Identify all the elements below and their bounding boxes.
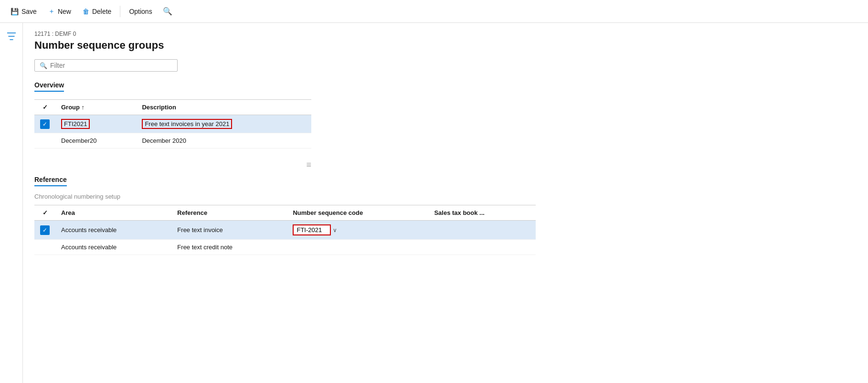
table-row[interactable]: ✓ FTI2021 Free text invoices in year 202…: [34, 115, 311, 133]
overview-col-group: Group ↑: [55, 100, 136, 115]
numseq-cell: ∨: [287, 221, 428, 240]
checkmark-icon: ✓: [42, 209, 48, 216]
content-panel: 12171 : DEMF 0 Number sequence groups 🔍 …: [23, 23, 868, 383]
ref-col-salestax: Sales tax book ...: [428, 205, 536, 221]
save-icon: 💾: [11, 8, 19, 15]
reference-table: ✓ Area Reference Number sequence code Sa…: [34, 205, 536, 255]
table-row[interactable]: Accounts receivable Free text credit not…: [34, 240, 536, 255]
checkmark-icon: ✓: [42, 104, 48, 111]
filter-button[interactable]: [5, 31, 18, 44]
group-cell: FTI2021: [55, 115, 136, 133]
description-value: Free text invoices in year 2021: [142, 119, 232, 129]
row-check-cell: ✓: [34, 221, 55, 240]
dropdown-arrow-icon[interactable]: ∨: [333, 227, 337, 234]
reference-heading: Reference: [34, 176, 67, 186]
salestax-cell: [428, 240, 536, 255]
group-cell: December20: [55, 133, 136, 149]
reference-cell: Free text credit note: [171, 240, 287, 255]
row-check-cell: [34, 240, 55, 255]
reference-section: Reference Chronological numbering setup …: [34, 176, 857, 255]
overview-section: Overview ✓ Group ↑ Description: [34, 81, 857, 149]
overview-col-description: Description: [136, 100, 311, 115]
row-check-cell: ✓: [34, 115, 55, 133]
page-title: Number sequence groups: [34, 39, 857, 52]
filter-input-wrap: 🔍: [34, 59, 178, 72]
check-blue-icon: ✓: [40, 119, 50, 129]
overview-heading: Overview: [34, 81, 64, 92]
toolbar: 💾 Save ＋ New 🗑 Delete Options 🔍: [0, 0, 868, 23]
breadcrumb: 12171 : DEMF 0: [34, 31, 857, 37]
delete-icon: 🗑: [83, 8, 89, 15]
delete-button[interactable]: 🗑 Delete: [78, 5, 116, 18]
table-row[interactable]: ✓ Accounts receivable Free text invoice …: [34, 221, 536, 240]
check-blue-icon: ✓: [40, 225, 50, 235]
area-cell: Accounts receivable: [55, 240, 171, 255]
options-button[interactable]: Options: [124, 5, 157, 18]
filter-icon: [7, 33, 16, 42]
reference-table-header: ✓ Area Reference Number sequence code Sa…: [34, 205, 536, 221]
ref-col-check: ✓: [34, 205, 55, 221]
group-value: FTI2021: [61, 119, 90, 129]
description-cell: Free text invoices in year 2021: [136, 115, 311, 133]
resize-handle: ≡: [34, 160, 311, 170]
row-check-cell: [34, 133, 55, 149]
num-seq-input[interactable]: [293, 224, 331, 235]
chronological-label: Chronological numbering setup: [34, 193, 857, 200]
save-button[interactable]: 💾 Save: [6, 5, 42, 18]
numseq-cell: [287, 240, 428, 255]
main-container: 12171 : DEMF 0 Number sequence groups 🔍 …: [0, 23, 868, 383]
salestax-cell: [428, 221, 536, 240]
overview-table-header: ✓ Group ↑ Description: [34, 100, 311, 115]
ref-col-reference: Reference: [171, 205, 287, 221]
plus-icon: ＋: [48, 7, 55, 16]
new-button[interactable]: ＋ New: [43, 4, 76, 19]
filter-input[interactable]: [50, 62, 172, 69]
ref-col-area: Area: [55, 205, 171, 221]
toolbar-separator: [120, 6, 120, 17]
overview-table: ✓ Group ↑ Description ✓ FTI2021: [34, 99, 311, 149]
filter-search-icon: 🔍: [40, 62, 47, 69]
reference-cell: Free text invoice: [171, 221, 287, 240]
description-cell: December 2020: [136, 133, 311, 149]
area-cell: Accounts receivable: [55, 221, 171, 240]
ref-col-numseq: Number sequence code: [287, 205, 428, 221]
overview-col-check: ✓: [34, 100, 55, 115]
search-icon: 🔍: [163, 7, 172, 15]
search-button[interactable]: 🔍: [159, 4, 176, 19]
sidebar-filter: [0, 23, 23, 383]
table-row[interactable]: December20 December 2020: [34, 133, 311, 149]
